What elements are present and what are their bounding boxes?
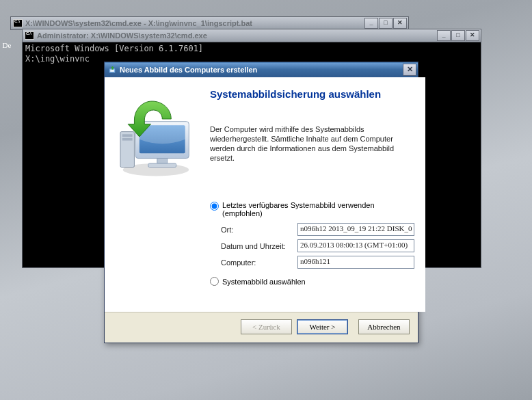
cmd2-output-line: Microsoft Windows [Version 6.1.7601] [25,44,478,54]
svg-rect-4 [122,134,133,137]
wizard-title: Neues Abbild des Computers erstellen [120,66,403,74]
wizard-heading: Systemabbildsicherung auswählen [210,88,414,100]
svg-rect-1 [110,69,114,71]
svg-rect-9 [148,163,176,168]
svg-rect-3 [120,132,134,168]
option-select-image[interactable]: Systemabbild auswählen [210,277,414,286]
radio-latest-image[interactable] [210,202,219,211]
field-computer-label: Computer: [221,258,297,267]
wizard-description: Der Computer wird mithilfe des Systemabb… [210,124,414,163]
cmd2-minimize-button[interactable]: _ [437,30,451,41]
cmd2-title: Administrator: X:\WINDOWS\system32\cmd.e… [37,31,437,40]
field-ort-label: Ort: [221,226,297,234]
cmd-icon: C:\ [13,19,23,27]
option-latest-image-label: Letztes verfügbares Systemabbild verwend… [222,201,414,217]
wizard-titlebar[interactable]: Neues Abbild des Computers erstellen ✕ [105,62,418,77]
next-button[interactable]: Weiter > [297,319,348,334]
cmd1-titlebar[interactable]: C:\ X:\WINDOWS\system32\cmd.exe - X:\ing… [10,16,409,30]
cmd-icon: C:\ [25,31,34,40]
field-datum-value[interactable]: 26.09.2013 08:00:13 (GMT+01:00) [297,239,414,252]
option-select-image-label: Systemabbild auswählen [222,278,306,286]
field-ort-value[interactable]: n096h12 2013_09_19 21:22 DISK_0 [297,223,414,236]
cmd2-close-button[interactable]: ✕ [466,30,479,41]
cmd2-titlebar[interactable]: C:\ Administrator: X:\WINDOWS\system32\c… [22,29,481,42]
back-button: < Zurück [241,319,292,334]
svg-rect-5 [122,138,133,141]
reimage-wizard-dialog: Neues Abbild des Computers erstellen ✕ [104,62,418,343]
desktop-shortcut-label: De [0,41,14,49]
restore-icon [107,65,117,75]
field-computer-value[interactable]: n096h121 [297,256,414,269]
cancel-button[interactable]: Abbrechen [358,319,410,334]
wizard-graphic-pane [105,77,206,312]
cmd1-close-button[interactable]: ✕ [393,18,407,29]
cmd2-maximize-button[interactable]: □ [451,30,465,41]
wizard-footer: < Zurück Weiter > Abbrechen [105,312,418,343]
restore-computer-icon [111,92,200,181]
cmd-window-1: C:\ X:\WINDOWS\system32\cmd.exe - X:\ing… [10,16,409,30]
cmd1-minimize-button[interactable]: _ [364,18,378,29]
svg-rect-8 [157,159,168,163]
cmd1-maximize-button[interactable]: □ [379,18,393,29]
cmd1-title: X:\WINDOWS\system32\cmd.exe - X:\ing\win… [25,19,364,27]
wizard-close-button[interactable]: ✕ [403,64,416,76]
radio-select-image[interactable] [210,277,219,286]
option-latest-image[interactable]: Letztes verfügbares Systemabbild verwend… [210,201,414,217]
field-datum-label: Datum und Uhrzeit: [221,242,297,250]
